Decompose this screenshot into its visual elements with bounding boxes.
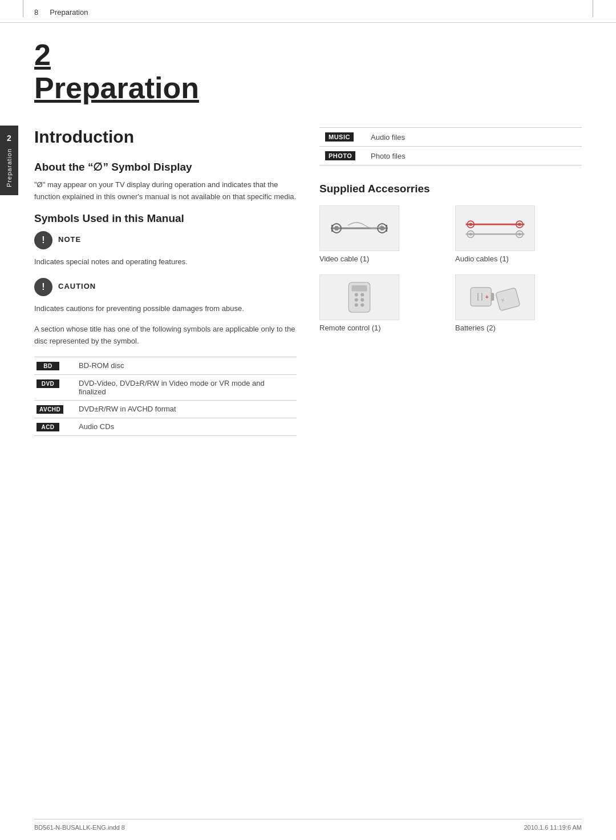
about-symbol-body: "Ø" may appear on your TV display during… bbox=[34, 179, 297, 203]
chapter-title: Preparation bbox=[34, 72, 582, 104]
media-label-cell: Photo files bbox=[365, 147, 582, 165]
accessories-heading: Supplied Accesorries bbox=[319, 183, 582, 195]
page-header: 8 Preparation bbox=[0, 0, 616, 23]
footer-timestamp: 2010.1.6 11:19:6 AM bbox=[524, 824, 582, 831]
video-cable-image bbox=[319, 205, 399, 251]
svg-point-24 bbox=[360, 304, 364, 307]
video-cable-svg bbox=[325, 211, 394, 245]
accessories-grid: Video cable (1) bbox=[319, 205, 582, 332]
svg-point-22 bbox=[360, 298, 364, 302]
caution-block: ! CAUTION bbox=[34, 277, 297, 296]
media-table: MUSIC Audio files PHOTO Photo files bbox=[319, 127, 582, 165]
right-column: MUSIC Audio files PHOTO Photo files Supp… bbox=[319, 127, 582, 442]
batteries-image: + ✕ bbox=[455, 274, 535, 320]
symbol-table: BD BD-ROM disc DVD DVD-Video, DVD±R/RW i… bbox=[34, 357, 297, 436]
symbol-badge-cell: ACD bbox=[34, 418, 74, 435]
symbol-table-row: ACD Audio CDs bbox=[34, 418, 297, 435]
audio-cables-label: Audio cables (1) bbox=[455, 255, 509, 263]
left-column: Introduction About the “∅” Symbol Displa… bbox=[34, 127, 297, 442]
svg-rect-18 bbox=[352, 285, 367, 292]
two-column-layout: Introduction About the “∅” Symbol Displa… bbox=[34, 127, 582, 442]
media-label-cell: Audio files bbox=[365, 128, 582, 147]
symbol-description-cell: Audio CDs bbox=[74, 418, 297, 435]
symbols-intro-text: A section whose title has one of the fol… bbox=[34, 324, 297, 348]
svg-point-9 bbox=[469, 223, 472, 226]
symbol-badge: AVCHD bbox=[37, 405, 63, 414]
symbol-badge-cell: AVCHD bbox=[34, 400, 74, 418]
symbol-table-row: AVCHD DVD±R/RW in AVCHD format bbox=[34, 400, 297, 418]
svg-point-19 bbox=[355, 293, 358, 297]
corner-decoration-tl bbox=[23, 0, 23, 17]
media-badge: MUSIC bbox=[325, 132, 354, 142]
svg-point-16 bbox=[518, 233, 521, 236]
introduction-heading: Introduction bbox=[34, 127, 297, 147]
batteries-svg: + ✕ bbox=[461, 280, 529, 314]
caution-body: Indicates cautions for preventing possib… bbox=[34, 303, 297, 315]
media-table-row: MUSIC Audio files bbox=[319, 128, 582, 147]
symbol-description-cell: DVD-Video, DVD±R/RW in Video mode or VR … bbox=[74, 374, 297, 400]
note-icon: ! bbox=[34, 231, 52, 249]
header-page-number: 8 bbox=[34, 8, 38, 17]
svg-point-21 bbox=[355, 298, 358, 302]
batteries-label: Batteries (2) bbox=[455, 324, 496, 332]
symbol-badge-cell: DVD bbox=[34, 374, 74, 400]
note-body: Indicates special notes and operating fe… bbox=[34, 256, 297, 268]
symbol-badge: ACD bbox=[37, 423, 59, 431]
page-footer: BD561-N-BUSALLK-ENG.indd 8 2010.1.6 11:1… bbox=[34, 819, 582, 831]
accessory-remote-control: Remote control (1) bbox=[319, 274, 446, 332]
media-badge-cell: MUSIC bbox=[319, 128, 365, 147]
remote-control-image bbox=[319, 274, 399, 320]
symbol-description-cell: BD-ROM disc bbox=[74, 357, 297, 374]
video-cable-label: Video cable (1) bbox=[319, 255, 369, 263]
caution-label: CAUTION bbox=[58, 277, 96, 296]
remote-control-svg bbox=[325, 280, 394, 314]
media-badge-cell: PHOTO bbox=[319, 147, 365, 165]
about-symbol-heading: About the “∅” Symbol Display bbox=[34, 160, 297, 173]
chapter-number: 2 bbox=[34, 40, 582, 70]
svg-point-23 bbox=[355, 304, 358, 307]
symbol-badge-cell: BD bbox=[34, 357, 74, 374]
media-table-row: PHOTO Photo files bbox=[319, 147, 582, 165]
accessory-batteries: + ✕ Batteries (2) bbox=[455, 274, 582, 332]
accessory-audio-cables: Audio cables (1) bbox=[455, 205, 582, 263]
svg-point-11 bbox=[518, 223, 521, 226]
audio-cables-svg bbox=[461, 211, 529, 245]
symbol-table-row: BD BD-ROM disc bbox=[34, 357, 297, 374]
symbol-description-cell: DVD±R/RW in AVCHD format bbox=[74, 400, 297, 418]
symbol-badge: DVD bbox=[37, 379, 59, 388]
note-label: NOTE bbox=[58, 231, 81, 249]
svg-text:+: + bbox=[485, 294, 489, 300]
accessory-video-cable: Video cable (1) bbox=[319, 205, 446, 263]
svg-point-20 bbox=[360, 293, 364, 297]
header-section-label: Preparation bbox=[50, 8, 88, 17]
remote-control-label: Remote control (1) bbox=[319, 324, 381, 332]
symbol-table-row: DVD DVD-Video, DVD±R/RW in Video mode or… bbox=[34, 374, 297, 400]
media-badge: PHOTO bbox=[325, 151, 355, 160]
svg-rect-30 bbox=[496, 288, 520, 311]
note-block: ! NOTE bbox=[34, 231, 297, 249]
caution-icon: ! bbox=[34, 278, 52, 296]
symbols-manual-section: Symbols Used in this Manual ! NOTE Indic… bbox=[34, 212, 297, 436]
symbols-manual-heading: Symbols Used in this Manual bbox=[34, 212, 297, 225]
footer-filename: BD561-N-BUSALLK-ENG.indd 8 bbox=[34, 824, 125, 831]
main-content: 2 Preparation Introduction About the “∅”… bbox=[0, 23, 616, 476]
symbol-badge: BD bbox=[37, 362, 59, 370]
svg-point-2 bbox=[334, 226, 339, 231]
audio-cables-image bbox=[455, 205, 535, 251]
svg-rect-26 bbox=[491, 293, 494, 301]
svg-point-14 bbox=[469, 233, 472, 236]
corner-decoration-tr bbox=[593, 0, 593, 17]
about-symbol-section: About the “∅” Symbol Display "Ø" may app… bbox=[34, 160, 297, 203]
